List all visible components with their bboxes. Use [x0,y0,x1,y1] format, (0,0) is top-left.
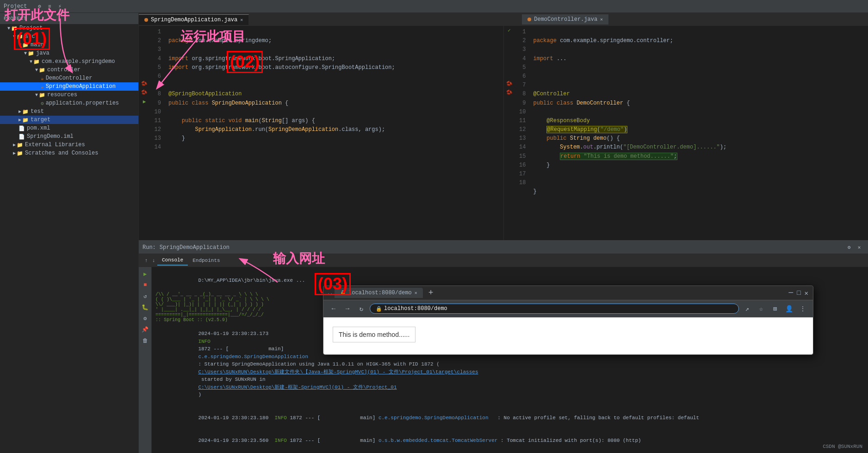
sidebar-item-com-example[interactable]: ▼ 📁 com.example.springdemo [0,57,138,66]
browser-window-controls: ⌵ 🔒 localhost:8080/demo ✕ + ─ [323,286,813,300]
sidebar-item-java[interactable]: ▼ 📁 java [0,49,138,57]
iml-file-icon: 📄 [19,134,25,140]
left-code-view[interactable]: 🫘 🫘 ▶ 1234567891011121314 package com.ex… [139,26,503,240]
sidebar-item-springdemo-iml[interactable]: 📄 SpringDemo.iml [0,132,138,141]
star-icon[interactable]: ☆ [756,303,767,314]
close-icon[interactable]: ✕ [600,17,603,22]
log-content: 2024-01-19 23:30:23.560 INFO 1872 --- [ … [198,438,641,443]
sidebar-item-resources[interactable]: ▼ 📁 resources [0,91,138,99]
gutter-run-9[interactable]: ▶ [143,97,146,106]
tab-console[interactable]: Console [157,255,188,266]
browser-tab-close[interactable]: ✕ [415,290,417,296]
sidebar-item-pomxml[interactable]: 📄 pom.xml [0,124,138,132]
browser-active-tab[interactable]: 🔒 localhost:8080/demo ✕ [335,288,423,298]
extensions-icon[interactable]: ⊞ [769,303,781,314]
sidebar-item-appprops[interactable]: ⚙ application.properties [0,99,138,107]
browser-refresh-button[interactable]: ↻ [356,303,367,314]
menu-icon[interactable]: ⋮ [797,303,808,314]
log-line-2: 2024-01-19 23:30:23.180 INFO 1872 --- [ … [155,406,864,429]
expand-arrow: ▼ [7,26,10,31]
top-bar-title: Project [4,3,27,10]
expand-arrow: ▼ [30,59,32,64]
sidebar-item-controller[interactable]: ▼ 📁 controller [0,66,138,74]
browser-url-text: localhost:8080/demo [384,305,447,312]
sidebar-item-project[interactable]: ▼ 📁 Project [0,24,138,32]
play-icon[interactable]: ▶ [140,269,150,279]
sidebar-item-external-libraries[interactable]: ▶ 📁 External Libraries [0,141,138,149]
expand-arrow: ▶ [19,117,21,123]
sidebar-item-target[interactable]: ▶ 📁 target [0,116,138,124]
sidebar-item-scratches[interactable]: ▶ 📁 Scratches and Consoles [0,149,138,157]
right-code-view[interactable]: ✓ 🫘 🫘 123456789101112131415161718 [504,26,868,240]
browser-forward-button[interactable]: → [342,303,353,314]
window-minimize-icon[interactable]: ─ [789,289,794,297]
tree-label: Scratches and Consoles [25,150,98,156]
profile-icon[interactable]: 👤 [783,303,794,314]
tab-label: DemoController.java [534,16,597,23]
toolbar-icon-2[interactable]: ≡ [46,3,53,10]
debug-icon[interactable]: 🐛 [140,302,150,312]
sidebar-item-democontroller[interactable]: ☕ DemoController [0,74,138,82]
log-logger: c.e.springdemo.SpringDemoApplication [198,354,317,360]
pin-icon[interactable]: 📌 [140,324,150,335]
tab-spring-demo-application[interactable]: SpringDemoApplication.java ✕ [139,14,249,25]
toolbar-icon-3[interactable]: ⚡ [56,3,63,10]
folder-icon: 📁 [17,34,23,40]
run-label: Run: [143,244,156,251]
rerun-icon[interactable]: ↺ [140,291,150,301]
close-icon[interactable]: ✕ [856,244,863,251]
folder-icon: 📁 [22,42,29,48]
sidebar-item-src[interactable]: ▼ 📁 src [0,32,138,41]
folder-icon: 📁 [39,92,45,98]
folder-icon: 📁 [22,109,29,115]
log-link-1[interactable]: C:\Users\SUNxRUN\Desktop\新建文件夹\【Java-框架-… [198,369,478,375]
folder-icon: 📁 [28,50,34,56]
right-gutter: ✓ 🫘 🫘 [504,26,515,240]
gear-icon[interactable]: ⚙ [140,313,150,323]
expand-arrow: ▶ [13,150,16,156]
tree-label: SpringDemo.iml [27,133,74,140]
tab-endpoints[interactable]: Endpoints [188,256,224,265]
new-tab-icon[interactable]: + [426,288,436,298]
log-msg: : Starting SpringDemoApplication using J… [198,361,440,367]
browser-tab-title: localhost:8080/demo [348,290,412,296]
folder-icon: 📁 [11,25,18,31]
log-time: 2024-01-19 23:30:23.173 [198,331,271,336]
sidebar-item-test[interactable]: ▶ 📁 test [0,107,138,116]
share-icon[interactable]: ↗ [742,303,753,314]
tab-lock-icon: 🔒 [340,290,346,296]
scroll-up-icon[interactable]: ↑ [143,257,150,264]
content-area: Project ▼ 📁 Project ▼ 📁 src ▼ 📁 main ▼ 📁… [0,13,868,453]
browser-address-input[interactable]: 🔒 localhost:8080/demo [370,304,739,314]
left-code-content[interactable]: package com.example.springdemo; import o… [165,26,503,240]
folder-icon: 📁 [39,67,45,73]
console-output: D:\MY_APP\IDEA\jbr\bin\java.exe ... /\\ … [152,267,868,453]
tree-label: pom.xml [27,125,50,131]
right-code-content[interactable]: package com.example.springdemo.controlle… [530,26,868,240]
tree-label: Project [19,25,43,31]
right-line-numbers: 123456789101112131415161718 [515,26,530,240]
expand-arrow: ▼ [19,43,21,48]
tab-demo-controller[interactable]: DemoController.java ✕ [522,14,609,25]
browser-page: This is demo method...... [323,317,813,354]
close-icon[interactable]: ✕ [240,17,243,23]
bottom-main: ▶ ■ ↺ 🐛 ⚙ 📌 🗑 D:\MY_APP\IDEA\jbr\bin\jav… [139,267,868,453]
browser-page-text: This is demo method...... [333,327,415,342]
settings-icon[interactable]: ⚙ [845,244,853,251]
scroll-down-icon[interactable]: ↓ [150,257,157,264]
editor-tabs: SpringDemoApplication.java ✕ DemoControl… [139,13,868,26]
left-gutter: 🫘 🫘 ▶ [139,26,150,240]
sidebar-item-main[interactable]: ▼ 📁 main [0,41,138,49]
browser-back-button[interactable]: ← [328,303,339,314]
right-editor-pane: ✓ 🫘 🫘 123456789101112131415161718 [503,26,868,240]
stop-icon[interactable]: ■ [140,280,150,290]
sidebar-item-springdemoapplication[interactable]: ☕ SpringDemoApplication [0,82,138,91]
clear-icon[interactable]: 🗑 [140,335,150,346]
java-file-icon: ☕ [41,75,44,81]
window-close-icon[interactable]: ✕ [805,289,808,297]
log-link-2[interactable]: C:\Users\SUNxRUN\Desktop\新建-框架-SpringMVC… [198,385,397,390]
dropdown-button[interactable]: ⌵ [328,289,332,297]
window-maximize-icon[interactable]: □ [797,289,800,297]
log-pid: 1872 --- [ main] [198,346,286,352]
toolbar-icon-1[interactable]: ⚙ [36,3,43,10]
